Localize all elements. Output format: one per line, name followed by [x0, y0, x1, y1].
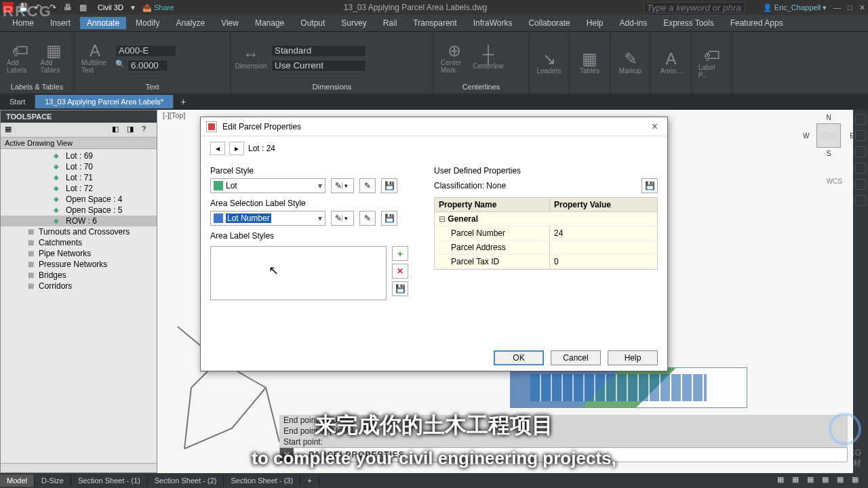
toolspace-icon-3[interactable]: ◨	[127, 125, 138, 136]
tab-addins[interactable]: Add-ins	[612, 17, 654, 29]
labelp-button[interactable]: 🏷Label P...	[698, 46, 725, 80]
tab-express[interactable]: Express Tools	[656, 17, 720, 29]
prev-parcel-button[interactable]: ◂	[210, 142, 225, 155]
sb-icon[interactable]: ▦	[777, 475, 788, 486]
new-tab-button[interactable]: +	[174, 95, 193, 108]
tree-node[interactable]: Pipe Networks	[1, 248, 157, 259]
tab-featured[interactable]: Featured Apps	[724, 17, 790, 29]
apply-styles-button[interactable]: 💾	[392, 281, 408, 296]
panel-dimensions[interactable]: Dimensions	[237, 81, 427, 91]
tab-collaborate[interactable]: Collaborate	[521, 17, 576, 29]
markup-button[interactable]: ✎Markup	[617, 46, 644, 80]
text-style-input[interactable]	[115, 45, 176, 57]
dim-style-input[interactable]	[271, 45, 366, 57]
panel-text[interactable]: Text	[81, 81, 223, 91]
nav-icon[interactable]	[855, 195, 866, 206]
apply-style-button[interactable]: 💾	[381, 178, 397, 193]
apply-classification-button[interactable]: 💾	[642, 178, 658, 193]
centermark-button[interactable]: ⊕Center Mark	[441, 41, 468, 75]
sb-icon[interactable]: ▦	[807, 475, 818, 486]
panel-centerlines[interactable]: Centerlines	[441, 81, 521, 91]
window-restore-icon[interactable]: □	[848, 3, 852, 12]
share-button[interactable]: 📤 Share	[142, 3, 174, 12]
help-button[interactable]: Help	[608, 350, 658, 365]
layout-tab-model[interactable]: Model	[0, 474, 35, 487]
help-icon[interactable]: ?	[142, 125, 153, 136]
layout-tab[interactable]: Section Sheet - (2)	[148, 474, 224, 487]
layout-add-button[interactable]: +	[300, 474, 319, 487]
product-dropdown-icon[interactable]: ▾	[127, 2, 138, 13]
apply-labelstyle-button[interactable]: 💾	[381, 211, 397, 226]
pick-style-button[interactable]: ✎	[359, 178, 376, 193]
cancel-button[interactable]: Cancel	[551, 350, 601, 365]
tree-node[interactable]: Turnouts and Crossovers	[1, 226, 157, 237]
tree-item-openspace[interactable]: Open Space : 4	[1, 194, 157, 205]
tab-help[interactable]: Help	[580, 17, 610, 29]
user-name[interactable]: 👤 Eric_Chappell ▾	[763, 3, 827, 12]
add-style-button[interactable]: ＋	[392, 246, 408, 261]
prop-value[interactable]: 24	[550, 226, 567, 240]
parcel-style-select[interactable]: Lot▾	[210, 178, 326, 193]
nav-icon[interactable]	[855, 130, 866, 141]
sb-icon[interactable]: ▦	[792, 475, 803, 486]
remove-style-button[interactable]: ✕	[392, 264, 408, 279]
tree-node[interactable]: Catchments	[1, 237, 157, 248]
tree-item-openspace[interactable]: Open Space : 5	[1, 205, 157, 216]
panel-labels-tables[interactable]: Labels & Tables	[7, 81, 67, 91]
tab-view[interactable]: View	[214, 17, 245, 29]
toolspace-icon-2[interactable]: ◧	[112, 125, 123, 136]
pick-labelstyle-button[interactable]: ✎	[359, 211, 376, 226]
dimension-button[interactable]: ↔Dimension	[237, 41, 264, 75]
prop-value[interactable]	[550, 241, 558, 254]
layout-tab[interactable]: D-Size	[35, 474, 71, 487]
dialog-close-icon[interactable]: ×	[648, 121, 662, 133]
tab-survey[interactable]: Survey	[334, 17, 373, 29]
ok-button[interactable]: OK	[494, 350, 544, 365]
tab-manage[interactable]: Manage	[248, 17, 291, 29]
viewcube-top[interactable]: TOP	[816, 123, 841, 148]
wcs-label[interactable]: WCS	[827, 178, 842, 185]
tab-annotate[interactable]: Annotate	[80, 17, 126, 29]
anno-button[interactable]: AAnno...	[658, 46, 684, 80]
layout-tab[interactable]: Section Sheet - (3)	[224, 474, 300, 487]
tree-item-lot[interactable]: Lot : 72	[1, 183, 157, 194]
nav-icon[interactable]	[855, 163, 866, 174]
text-height-input[interactable]	[127, 60, 168, 72]
tree-node[interactable]: Corridors	[1, 281, 157, 291]
tab-infraworks[interactable]: InfraWorks	[467, 17, 519, 29]
add-labels-button[interactable]: 🏷Add Labels	[7, 41, 34, 75]
prop-value[interactable]: 0	[550, 255, 563, 268]
edit-labelstyle-button[interactable]: ✎▾	[331, 211, 354, 226]
tree-item-lot[interactable]: Lot : 71	[1, 172, 157, 183]
toolspace-icon[interactable]: ▦	[5, 125, 16, 136]
tree-item-lot[interactable]: Lot : 70	[1, 161, 157, 172]
edit-style-button[interactable]: ✎▾	[331, 178, 354, 193]
tab-modify[interactable]: Modify	[129, 17, 166, 29]
tab-output[interactable]: Output	[294, 17, 332, 29]
tab-start[interactable]: Start	[0, 95, 35, 108]
tab-transparent[interactable]: Transparent	[406, 17, 463, 29]
sb-icon[interactable]: ▦	[837, 475, 848, 486]
tab-rail[interactable]: Rail	[376, 17, 404, 29]
tree-item-row-selected[interactable]: ROW : 6	[1, 216, 157, 226]
nav-icon[interactable]	[855, 114, 866, 125]
sb-icon[interactable]: ▦	[852, 475, 863, 486]
sb-icon[interactable]: ▦	[822, 475, 833, 486]
nav-icon[interactable]	[855, 146, 866, 157]
prop-group-general[interactable]: General	[435, 212, 657, 226]
open-icon[interactable]: ▦	[77, 2, 88, 13]
window-minimize-icon[interactable]: —	[833, 3, 841, 12]
tree-node[interactable]: Bridges	[1, 270, 157, 281]
tables-button[interactable]: ▦Tables	[576, 46, 603, 80]
nav-icon[interactable]	[855, 179, 866, 190]
window-close-icon[interactable]: ✕	[859, 3, 865, 12]
tab-file[interactable]: 13_03 Applying Parcel Area Labels*	[35, 95, 174, 108]
tree-item-lot[interactable]: Lot : 69	[1, 150, 157, 161]
search-input[interactable]	[644, 2, 745, 13]
viewcube[interactable]: NSEW TOP	[808, 115, 849, 156]
tab-analyze[interactable]: Analyze	[169, 17, 212, 29]
next-parcel-button[interactable]: ▸	[229, 142, 244, 155]
active-drawing-view[interactable]: Active Drawing View	[1, 138, 157, 149]
print-icon[interactable]: 🖶	[62, 2, 73, 13]
multiline-text-button[interactable]: AMultiline Text	[81, 41, 108, 75]
